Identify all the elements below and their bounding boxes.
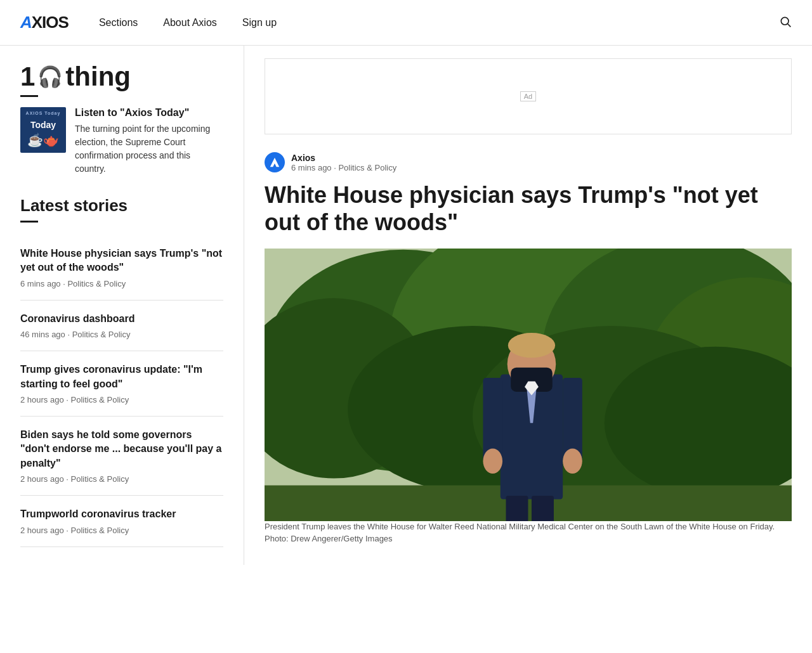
- svg-rect-21: [506, 496, 528, 521]
- article-headline: White House physician says Trump's "not …: [265, 181, 792, 236]
- obt-number: 1: [20, 63, 35, 90]
- main-content: Ad Axios 6 mins ago · Politics & Policy …: [244, 46, 812, 565]
- nav-signup[interactable]: Sign up: [242, 17, 277, 29]
- story-meta: 2 hours ago · Politics & Policy: [20, 526, 223, 535]
- story-item[interactable]: White House physician says Trump's "not …: [20, 235, 223, 301]
- main-nav: Sections About Axios Sign up: [99, 17, 779, 29]
- nav-sections[interactable]: Sections: [99, 17, 138, 29]
- podcast-thumb-title: Today: [30, 120, 56, 130]
- obt-divider: [20, 95, 38, 97]
- svg-point-14: [508, 333, 555, 358]
- story-title: Biden says he told some governors "don't…: [20, 428, 223, 470]
- article-image-wrapper: President Trump leaves the White House f…: [265, 249, 792, 544]
- obt-word: thing: [65, 63, 131, 90]
- story-item[interactable]: Coronavirus dashboard 46 mins ago · Poli…: [20, 301, 223, 351]
- logo-a: A: [20, 13, 32, 32]
- story-item[interactable]: Biden says he told some governors "don't…: [20, 417, 223, 496]
- obt-header: 1 🎧 thing: [20, 63, 223, 90]
- article-source: Axios 6 mins ago · Politics & Policy: [265, 152, 792, 172]
- headphone-icon: 🎧: [37, 65, 63, 89]
- podcast-description: The turning point for the upcoming elect…: [75, 122, 223, 176]
- story-meta: 6 mins ago · Politics & Policy: [20, 279, 223, 288]
- search-button[interactable]: [779, 15, 792, 30]
- story-meta: 2 hours ago · Politics & Policy: [20, 474, 223, 484]
- latest-stories-section: Latest stories White House physician say…: [20, 196, 223, 547]
- article-image: [265, 249, 792, 521]
- svg-point-20: [563, 449, 582, 474]
- podcast-title[interactable]: Listen to "Axios Today": [75, 107, 223, 119]
- podcast-cups-icon: ☕🫖: [27, 133, 59, 148]
- latest-stories-title: Latest stories: [20, 196, 223, 216]
- site-header: A XIOS Sections About Axios Sign up: [0, 0, 812, 46]
- story-title: Trump gives coronavirus update: "I'm sta…: [20, 363, 223, 391]
- page-layout: 1 🎧 thing AXIOS Today Today ☕🫖 Listen to…: [0, 46, 812, 565]
- podcast-content: Listen to "Axios Today" The turning poin…: [75, 107, 223, 176]
- story-item[interactable]: Trumpworld coronavirus tracker 2 hours a…: [20, 496, 223, 546]
- story-title: White House physician says Trump's "not …: [20, 247, 223, 275]
- logo-rest: XIOS: [32, 13, 69, 32]
- ad-label: Ad: [520, 91, 536, 101]
- obt-card[interactable]: AXIOS Today Today ☕🫖 Listen to "Axios To…: [20, 107, 223, 176]
- source-name: Axios: [291, 153, 396, 163]
- search-icon: [779, 15, 792, 28]
- axios-logo-icon: [265, 152, 285, 172]
- article-caption: President Trump leaves the White House f…: [265, 521, 792, 544]
- svg-point-0: [781, 17, 789, 25]
- svg-point-19: [483, 449, 502, 474]
- story-title: Coronavirus dashboard: [20, 312, 223, 326]
- podcast-brand: AXIOS Today: [26, 111, 61, 115]
- story-item[interactable]: Trump gives coronavirus update: "I'm sta…: [20, 351, 223, 417]
- one-big-thing-section: 1 🎧 thing AXIOS Today Today ☕🫖 Listen to…: [20, 63, 223, 176]
- svg-rect-22: [532, 496, 554, 521]
- story-meta: 46 mins ago · Politics & Policy: [20, 330, 223, 339]
- ad-banner: Ad: [265, 58, 792, 134]
- nav-about[interactable]: About Axios: [163, 17, 217, 29]
- story-title: Trumpworld coronavirus tracker: [20, 507, 223, 521]
- site-logo[interactable]: A XIOS: [20, 13, 69, 32]
- source-info: Axios 6 mins ago · Politics & Policy: [291, 153, 396, 172]
- sidebar: 1 🎧 thing AXIOS Today Today ☕🫖 Listen to…: [0, 46, 244, 565]
- svg-line-1: [788, 23, 791, 27]
- source-meta: 6 mins ago · Politics & Policy: [291, 163, 396, 172]
- section-divider: [20, 221, 38, 223]
- article: Axios 6 mins ago · Politics & Policy Whi…: [265, 152, 792, 545]
- podcast-thumbnail: AXIOS Today Today ☕🫖: [20, 107, 66, 153]
- story-meta: 2 hours ago · Politics & Policy: [20, 395, 223, 404]
